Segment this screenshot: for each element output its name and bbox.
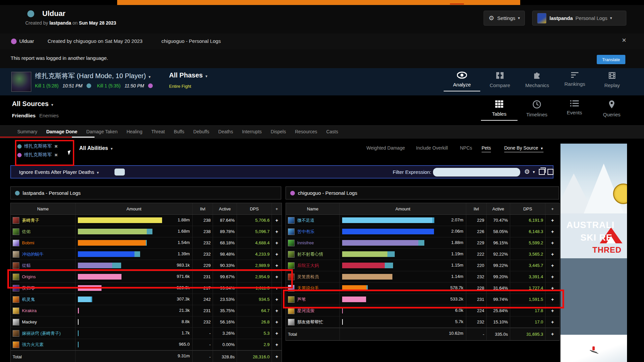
- column-header-active[interactable]: Active: [213, 203, 237, 214]
- player-name-link[interactable]: 芦苇: [297, 297, 306, 302]
- nav-replay[interactable]: Replay: [594, 71, 630, 88]
- phase-selector[interactable]: All Phases▼: [169, 71, 208, 79]
- expand-row-button[interactable]: +: [272, 316, 282, 327]
- kill-1[interactable]: Kill 1 (5:28): [35, 83, 59, 88]
- expand-row-button[interactable]: +: [272, 305, 282, 316]
- expand-row-button[interactable]: +: [545, 271, 559, 282]
- expand-row-button[interactable]: +: [545, 237, 559, 248]
- player-name-link[interactable]: Bobmi: [22, 240, 34, 245]
- table-row[interactable]: 天黑说分手578.7k22831.64%1,727.4+: [286, 283, 559, 294]
- tab-deaths[interactable]: Deaths: [218, 129, 233, 134]
- table-row[interactable]: 微不足道2.07m22970.47%6,191.9+: [286, 215, 559, 226]
- tab-threat[interactable]: Threat: [151, 129, 165, 134]
- tab-buffs[interactable]: Buffs: [174, 129, 184, 134]
- enemies-link[interactable]: Enemies: [39, 113, 59, 118]
- table-row[interactable]: Bobmi1.54m23268.18%4,688.4+: [11, 237, 282, 249]
- filter-expression-input[interactable]: [433, 168, 520, 177]
- nav-rankings[interactable]: Rankings: [556, 71, 593, 87]
- expand-row-button[interactable]: +: [272, 260, 282, 271]
- tab-resources[interactable]: Resources: [295, 129, 317, 134]
- pill-2-remove-icon[interactable]: ✖: [54, 153, 58, 158]
- table-row[interactable]: 佐佑1.68m23889.78%5,096.7+: [11, 226, 282, 237]
- table-row[interactable]: Innisfree1.88m22996.15%5,599.2+: [286, 237, 559, 249]
- sources-selector[interactable]: All Sources▼: [12, 100, 54, 108]
- expand-row-button[interactable]: +: [545, 283, 559, 294]
- option-npcs[interactable]: NPCs: [460, 145, 472, 151]
- player-name-link[interactable]: 后院王大妈: [297, 263, 319, 269]
- translate-button[interactable]: Translate: [597, 55, 625, 64]
- player-name-link[interactable]: 射不射看心情: [297, 251, 323, 257]
- column-header-ilvl[interactable]: Ilvl: [466, 203, 487, 214]
- player-name-link[interactable]: 從貓: [22, 263, 31, 269]
- expand-row-button[interactable]: +: [272, 215, 282, 226]
- tab-casts[interactable]: Casts: [326, 129, 338, 134]
- ignore-deaths-selector[interactable]: Ignore Events After Player Deaths▼: [19, 169, 100, 175]
- player-name-link[interactable]: Innisfree: [297, 240, 314, 245]
- total-expand-button[interactable]: +: [272, 351, 282, 362]
- close-icon[interactable]: ✕: [622, 37, 626, 44]
- table-row[interactable]: 從貓983.1k22990.33%2,989.9+: [11, 260, 282, 271]
- tab-damage-done[interactable]: Damage Done: [46, 129, 77, 134]
- chevron-down-icon[interactable]: ▼: [532, 170, 536, 174]
- player-name-link[interactable]: Kirakira: [22, 308, 37, 313]
- table-row[interactable]: 后院王大妈1.15m22099.22%3,445.7+: [286, 260, 559, 271]
- column-header-active[interactable]: Active: [487, 203, 510, 214]
- table-row[interactable]: 冲动的蜗牛1.39m23298.48%4,233.9+: [11, 249, 282, 260]
- player-name-link[interactable]: 星河流萤: [297, 308, 315, 314]
- maximize-window-icon[interactable]: [547, 169, 553, 175]
- expand-row-button[interactable]: +: [272, 249, 282, 260]
- expand-row-button[interactable]: +: [545, 260, 559, 271]
- nav-tables[interactable]: Tables: [481, 100, 518, 121]
- expand-row-button[interactable]: +: [272, 294, 282, 305]
- target-pill-2[interactable]: 维扎克斯将军 ✖: [17, 152, 58, 158]
- nav-compare[interactable]: Compare: [482, 71, 518, 88]
- account-menu-button[interactable]: lastpanda Personal Logs ▼: [532, 11, 626, 26]
- table-row[interactable]: 芦苇533.2k23199.74%1,591.5+: [286, 294, 559, 305]
- expand-row-button[interactable]: +: [272, 339, 282, 350]
- player-name-link[interactable]: 灵笼质检员: [297, 274, 319, 280]
- player-name-link[interactable]: 夜归零: [22, 285, 35, 291]
- restore-window-icon[interactable]: [539, 169, 545, 175]
- tab-dispels[interactable]: Dispels: [271, 129, 286, 134]
- expand-row-button[interactable]: +: [272, 283, 282, 294]
- option-done-by-source[interactable]: Done By Source▼: [504, 145, 543, 152]
- table-row[interactable]: 强力火元素965.0-0.00%2.9+: [11, 339, 282, 350]
- table-row[interactable]: Kirakira21.3k23135.75%64.7+: [11, 305, 282, 316]
- player-name-link[interactable]: 冲动的蜗牛: [22, 251, 44, 257]
- table-row[interactable]: 灵笼质检员1.14m23299.20%3,391.4+: [286, 271, 559, 283]
- boss-selector[interactable]: 维扎克斯将军 (Hard Mode, 10 Player)▼: [35, 71, 151, 80]
- filter-gear-icon[interactable]: ⚙: [524, 168, 530, 176]
- expand-row-button[interactable]: +: [545, 316, 559, 327]
- table-row[interactable]: Mackey8.8k23256.16%26.8+: [11, 316, 282, 328]
- expand-row-button[interactable]: +: [545, 215, 559, 226]
- column-header-name[interactable]: Name: [286, 203, 340, 214]
- report2-log-label[interactable]: chiguoguo - Personal Logs: [161, 38, 221, 44]
- settings-button[interactable]: ⚙ Settings ▼: [484, 11, 525, 26]
- tab-debuffs[interactable]: Debuffs: [193, 129, 209, 134]
- tab-summary[interactable]: Summary: [17, 129, 37, 134]
- nav-timelines[interactable]: Timelines: [519, 100, 555, 117]
- pill-1-remove-icon[interactable]: ✖: [54, 144, 58, 149]
- column-header-amount[interactable]: Amount: [340, 203, 466, 214]
- player-name-link[interactable]: 机灵鬼: [22, 297, 35, 302]
- player-name-link[interactable]: 朋友侬帮帮忙: [297, 319, 323, 325]
- player-name-link[interactable]: Mackey: [22, 319, 37, 324]
- table-row[interactable]: 机灵鬼307.3k24223.53%934.5+: [11, 294, 282, 305]
- target-pill-1[interactable]: 维扎克斯将军 ✖: [17, 143, 58, 149]
- player-name-link[interactable]: 嫁祸诀窍 (蒼崎青子): [22, 330, 61, 336]
- table-row[interactable]: 嫁祸诀窍 (蒼崎青子)1.7k-3.26%5.3+: [11, 328, 282, 339]
- friendlies-link[interactable]: Friendlies: [12, 113, 36, 118]
- expand-row-button[interactable]: +: [545, 294, 559, 305]
- column-header-dps[interactable]: DPS: [237, 203, 272, 214]
- report2-title[interactable]: Ulduar: [19, 38, 34, 44]
- tab-damage-taken[interactable]: Damage Taken: [86, 129, 117, 134]
- tab-healing[interactable]: Healing: [126, 129, 142, 134]
- expand-row-button[interactable]: +: [272, 237, 282, 248]
- total-expand-button[interactable]: +: [545, 328, 559, 340]
- option-include-overkill[interactable]: Include Overkill: [416, 145, 448, 151]
- expand-row-button[interactable]: +: [545, 226, 559, 237]
- option-weighted-damage[interactable]: Weighted Damage: [366, 145, 405, 151]
- player-name-link[interactable]: Origins: [22, 274, 36, 279]
- abilities-selector[interactable]: All Abilities▼: [79, 145, 113, 151]
- table-row[interactable]: 射不射看心情1.19m22292.22%3,565.2+: [286, 249, 559, 260]
